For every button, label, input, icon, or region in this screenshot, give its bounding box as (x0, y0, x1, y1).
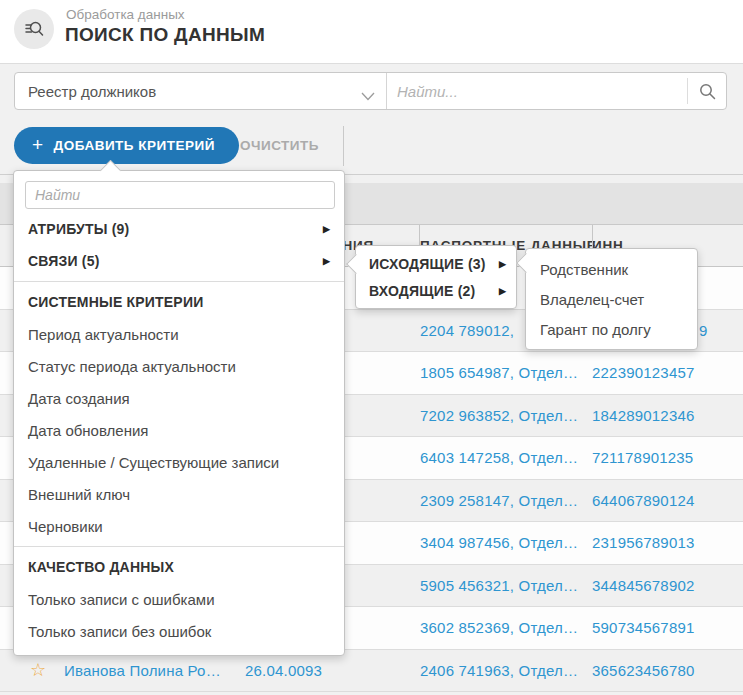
cell-inn-link[interactable]: 721178901235 (592, 437, 693, 479)
cell-passport-link[interactable]: 2309 258147, Отдел… (420, 480, 578, 522)
menu-item-1-0[interactable]: Только записи с ошибками (14, 583, 344, 615)
menu-item-expandable-0[interactable]: АТРИБУТЫ (9)▶ (14, 213, 344, 245)
criteria-search-input[interactable] (25, 181, 335, 209)
cell-passport-link[interactable]: 6403 147258, Отдел… (420, 437, 578, 479)
submenu-arrow-icon: ▶ (499, 259, 506, 269)
source-select[interactable]: Реестр должников (15, 73, 386, 109)
add-criterion-button[interactable]: + ДОБАВИТЬ КРИТЕРИЙ (14, 127, 239, 164)
add-criterion-dropdown: АТРИБУТЫ (9)▶СВЯЗИ (5)▶СИСТЕМНЫЕ КРИТЕРИ… (13, 170, 345, 656)
source-select-value: Реестр должников (28, 83, 156, 100)
submenu-arrow-icon: ▶ (323, 224, 330, 234)
cell-inn-link[interactable]: 222390123457 (592, 352, 695, 394)
links-submenu-item-1[interactable]: ВХОДЯЩИЕ (2)▶ (356, 277, 516, 304)
menu-item-0-0[interactable]: Период актуальности (14, 318, 344, 350)
relation-type-item-1[interactable]: Владелец-счет (526, 284, 697, 314)
cell-passport-link[interactable]: 1805 654987, Отдел… (420, 352, 578, 394)
menu-item-0-6[interactable]: Черновики (14, 510, 344, 542)
cell-passport-link[interactable]: 3602 852369, Отдел… (420, 607, 578, 649)
relation-type-item-2-label: Гарант по долгу (540, 321, 651, 338)
cell-passport-link[interactable]: 3404 987456, Отдел… (420, 522, 578, 564)
menu-item-0-1[interactable]: Статус периода актуальности (14, 350, 344, 382)
cell-passport-link[interactable]: 7202 963852, Отдел… (420, 395, 578, 437)
menu-item-0-1-label: Статус периода актуальности (28, 358, 236, 375)
menu-item-0-5[interactable]: Внешний ключ (14, 478, 344, 510)
menu-item-expandable-0-label: АТРИБУТЫ (9) (28, 221, 129, 237)
menu-section-title-0-label: СИСТЕМНЫЕ КРИТЕРИИ (28, 294, 203, 310)
menu-item-0-3[interactable]: Дата обновления (14, 414, 344, 446)
toolbar-divider (343, 126, 344, 166)
search-icon (698, 82, 716, 100)
menu-item-0-5-label: Внешний ключ (28, 486, 130, 503)
search-data-logo (14, 9, 54, 49)
search-data-icon (22, 17, 46, 41)
menu-item-0-4[interactable]: Удаленные / Существующие записи (14, 446, 344, 478)
cell-passport-link[interactable]: 5905 456321, Отдел… (420, 565, 578, 607)
criteria-menu-list: АТРИБУТЫ (9)▶СВЯЗИ (5)▶СИСТЕМНЫЕ КРИТЕРИ… (14, 213, 344, 647)
breadcrumb: Обработка данных (66, 7, 185, 22)
menu-section-title-1-label: КАЧЕСТВО ДАННЫХ (28, 559, 174, 575)
cell-inn-link[interactable]: 590734567891 (592, 607, 695, 649)
menu-item-1-1[interactable]: Только записи без ошибок (14, 615, 344, 647)
menu-item-1-1-label: Только записи без ошибок (28, 623, 211, 640)
menu-item-1-0-label: Только записи с ошибками (28, 591, 215, 608)
menu-section-title-1: КАЧЕСТВО ДАННЫХ (14, 551, 344, 583)
cell-inn-link[interactable]: 184289012346 (592, 395, 695, 437)
page-header: Обработка данных ПОИСК ПО ДАННЫМ (0, 0, 743, 64)
menu-item-0-0-label: Период актуальности (28, 326, 179, 343)
clear-button[interactable]: ОЧИСТИТЬ (226, 127, 333, 164)
page-title: ПОИСК ПО ДАННЫМ (65, 24, 265, 46)
cell-inn-link[interactable]: 644067890124 (592, 480, 695, 522)
add-criterion-label: ДОБАВИТЬ КРИТЕРИЙ (54, 138, 215, 153)
submenu-arrow-icon: ▶ (323, 256, 330, 266)
relation-type-item-0-label: Родственник (540, 261, 628, 278)
submenu-arrow-icon: ▶ (499, 286, 506, 296)
search-button[interactable] (688, 73, 726, 109)
cell-passport-link[interactable]: 2204 789012, (420, 310, 514, 352)
menu-item-0-2[interactable]: Дата создания (14, 382, 344, 414)
relation-type-item-2[interactable]: Гарант по долгу (526, 314, 697, 344)
menu-item-expandable-1[interactable]: СВЯЗИ (5)▶ (14, 245, 344, 277)
search-by-data-screen: Обработка данных ПОИСК ПО ДАННЫМ Реестр … (0, 0, 743, 695)
menu-divider (14, 281, 344, 282)
cell-inn-link[interactable]: 365623456780 (592, 650, 695, 692)
relation-type-item-1-label: Владелец-счет (540, 291, 644, 308)
chevron-down-icon (361, 87, 375, 105)
menu-item-0-4-label: Удаленные / Существующие записи (28, 454, 279, 471)
menu-item-0-2-label: Дата создания (28, 390, 130, 407)
menu-divider (14, 546, 344, 547)
menu-item-expandable-1-label: СВЯЗИ (5) (28, 253, 100, 269)
cell-passport-link[interactable]: 2406 741963, Отдел… (420, 650, 578, 692)
relation-types-submenu: РодственникВладелец-счетГарант по долгу (525, 248, 698, 350)
search-input[interactable] (387, 73, 687, 109)
relation-type-item-0[interactable]: Родственник (526, 254, 697, 284)
cell-inn-link[interactable]: 231956789013 (592, 522, 695, 564)
links-submenu-item-0[interactable]: ИСХОДЯЩИЕ (3)▶ (356, 250, 516, 277)
cell-inn-link[interactable]: 9 (699, 310, 708, 352)
search-bar: Реестр должников (14, 72, 727, 110)
links-submenu: ИСХОДЯЩИЕ (3)▶ВХОДЯЩИЕ (2)▶ (355, 245, 517, 309)
links-submenu-item-1-label: ВХОДЯЩИЕ (2) (369, 283, 475, 299)
menu-item-0-6-label: Черновики (28, 518, 103, 535)
cell-inn-link[interactable]: 344845678902 (592, 565, 695, 607)
menu-section-title-0: СИСТЕМНЫЕ КРИТЕРИИ (14, 286, 344, 318)
menu-item-0-3-label: Дата обновления (28, 422, 148, 439)
links-submenu-item-0-label: ИСХОДЯЩИЕ (3) (369, 256, 486, 272)
plus-icon: + (32, 135, 44, 154)
